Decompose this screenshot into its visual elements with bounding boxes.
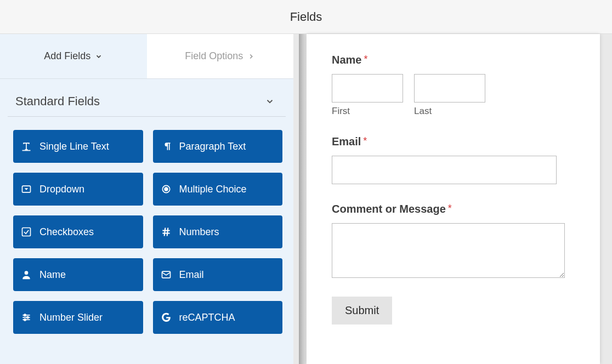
field-label: Email * <box>332 135 567 148</box>
page-title: Fields <box>290 10 322 24</box>
svg-line-7 <box>164 228 165 236</box>
svg-line-8 <box>167 228 168 236</box>
paragraph-icon <box>161 141 172 152</box>
panel-shadow <box>299 34 307 364</box>
form-preview: Name * First Last Email * <box>307 34 600 364</box>
last-name-input[interactable] <box>414 74 485 103</box>
standard-fields-header[interactable]: Standard Fields <box>8 79 286 117</box>
field-numbers[interactable]: Numbers <box>153 215 283 248</box>
field-number-slider[interactable]: Number Slider <box>13 301 143 334</box>
sliders-icon <box>21 312 32 323</box>
field-name[interactable]: Name <box>13 258 143 291</box>
field-label: Dropdown <box>39 184 84 195</box>
field-label: Numbers <box>179 226 219 238</box>
tab-label: Field Options <box>185 50 243 62</box>
page-header: Fields <box>0 0 612 34</box>
form-field-name: Name * First Last <box>332 54 567 117</box>
field-dropdown[interactable]: Dropdown <box>13 173 143 206</box>
first-name-column: First <box>332 74 403 117</box>
dropdown-icon <box>21 184 32 195</box>
field-label: Checkboxes <box>39 226 94 238</box>
chevron-down-icon <box>265 96 275 106</box>
first-sublabel: First <box>332 106 403 117</box>
submit-button[interactable]: Submit <box>332 297 392 325</box>
required-mark: * <box>448 203 452 214</box>
user-icon <box>21 269 32 280</box>
field-label: reCAPTCHA <box>179 312 235 323</box>
last-sublabel: Last <box>414 106 485 117</box>
chevron-down-icon <box>95 53 103 60</box>
main-layout: Add Fields Field Options Standard Fields <box>0 34 612 364</box>
field-label: Name <box>39 269 66 281</box>
panel-tabs: Add Fields Field Options <box>0 34 293 79</box>
envelope-icon <box>161 269 172 280</box>
google-icon <box>161 312 172 323</box>
first-name-input[interactable] <box>332 74 403 103</box>
name-input-row: First Last <box>332 74 567 117</box>
checkbox-icon <box>21 226 32 237</box>
label-text: Email <box>332 135 361 148</box>
hash-icon <box>161 226 172 237</box>
svg-point-16 <box>24 319 26 321</box>
field-label: Number Slider <box>39 312 103 323</box>
field-paragraph-text[interactable]: Paragraph Text <box>153 130 283 163</box>
field-label: Name * <box>332 54 567 66</box>
form-field-email: Email * <box>332 135 567 184</box>
email-input[interactable] <box>332 156 557 184</box>
field-label: Multiple Choice <box>179 184 247 195</box>
tab-add-fields[interactable]: Add Fields <box>0 34 147 78</box>
svg-point-3 <box>165 187 168 191</box>
required-mark: * <box>363 135 367 147</box>
svg-point-15 <box>27 316 29 318</box>
submit-label: Submit <box>345 304 379 316</box>
field-checkboxes[interactable]: Checkboxes <box>13 215 143 248</box>
tab-label: Add Fields <box>44 50 90 62</box>
tab-field-options[interactable]: Field Options <box>147 34 294 78</box>
required-mark: * <box>364 54 367 65</box>
chevron-right-icon <box>247 53 255 60</box>
field-label: Paragraph Text <box>179 141 246 152</box>
last-name-column: Last <box>414 74 485 117</box>
section-title: Standard Fields <box>15 94 100 109</box>
standard-fields-grid: Single Line Text Paragraph Text Dropdown… <box>0 117 293 339</box>
message-textarea[interactable] <box>332 223 565 278</box>
label-text: Name <box>332 54 361 66</box>
svg-rect-4 <box>22 228 31 236</box>
svg-point-14 <box>24 314 26 316</box>
field-multiple-choice[interactable]: Multiple Choice <box>153 173 283 206</box>
field-label: Email <box>179 269 204 281</box>
field-label: Comment or Message * <box>332 203 567 215</box>
field-single-line-text[interactable]: Single Line Text <box>13 130 143 163</box>
svg-point-9 <box>25 271 29 275</box>
radio-icon <box>161 184 172 195</box>
preview-area: Name * First Last Email * <box>293 34 612 364</box>
field-recaptcha[interactable]: reCAPTCHA <box>153 301 283 334</box>
label-text: Comment or Message <box>332 203 446 215</box>
field-email[interactable]: Email <box>153 258 283 291</box>
field-label: Single Line Text <box>39 141 109 152</box>
fields-panel: Add Fields Field Options Standard Fields <box>0 34 293 364</box>
form-field-message: Comment or Message * <box>332 203 567 278</box>
text-icon <box>21 141 32 152</box>
